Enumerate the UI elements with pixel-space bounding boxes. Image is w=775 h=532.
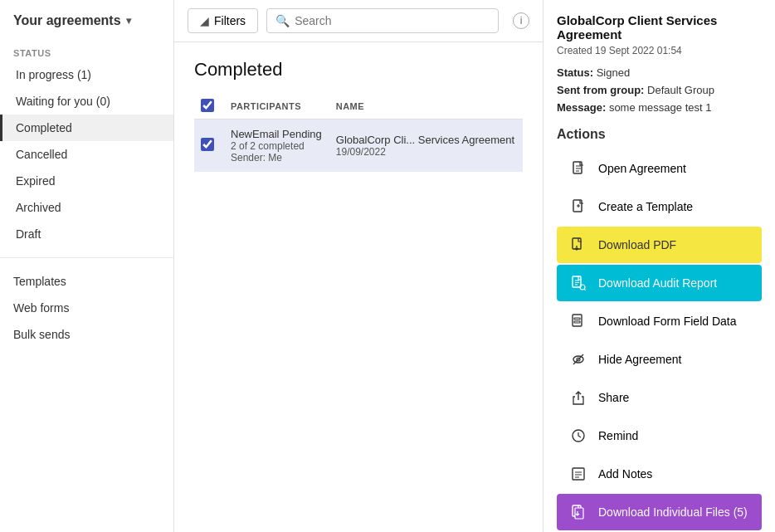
sidebar-item-bulk-sends[interactable]: Bulk sends [0, 321, 173, 348]
action-hide-agreement[interactable]: Hide Agreement [557, 341, 762, 378]
hide-agreement-button[interactable]: Hide Agreement [557, 341, 762, 378]
filter-icon: ◢ [200, 14, 209, 27]
table-row[interactable]: NewEmail Pending 2 of 2 completed Sender… [194, 120, 523, 173]
row-checkbox-cell [194, 120, 224, 173]
select-all-checkbox[interactable] [201, 99, 214, 112]
right-panel: GlobalCorp Client Services Agreement Cre… [543, 0, 775, 532]
svg-rect-13 [575, 508, 583, 519]
files-icon [567, 500, 590, 524]
action-create-template[interactable]: Create a Template [557, 188, 762, 225]
col-header-name: NAME [329, 94, 523, 120]
message-label: Message: [557, 101, 606, 114]
sidebar-item-templates[interactable]: Templates [0, 268, 173, 295]
action-add-notes[interactable]: Add Notes [557, 456, 762, 492]
section-title: Completed [194, 59, 523, 81]
sidebar-item-web-forms[interactable]: Web forms [0, 295, 173, 321]
participant-name: NewEmail Pending [231, 128, 323, 140]
info-icon[interactable]: i [513, 12, 529, 29]
sidebar-item-archived[interactable]: Archived [0, 194, 173, 221]
sidebar-item-expired[interactable]: Expired [0, 168, 173, 194]
download-pdf-icon [567, 233, 590, 256]
row-participants-cell: NewEmail Pending 2 of 2 completed Sender… [224, 120, 329, 173]
main-area: ◢ Filters 🔍 i Completed PARTICIPANTS [174, 0, 543, 532]
action-download-form[interactable]: Download Form Field Data [557, 303, 762, 339]
svg-rect-3 [573, 276, 581, 287]
sidebar-header-label: Your agreements [13, 13, 121, 28]
notes-icon [567, 462, 590, 486]
svg-rect-6 [574, 318, 580, 320]
add-notes-button[interactable]: Add Notes [557, 456, 762, 492]
sidebar-item-cancelled[interactable]: Cancelled [0, 141, 173, 168]
search-box: 🔍 [266, 8, 499, 33]
remind-button[interactable]: Remind [557, 417, 762, 454]
doc-icon [567, 157, 590, 180]
doc-plus-icon [567, 195, 590, 218]
audit-icon [567, 271, 590, 295]
share-button[interactable]: Share [557, 379, 762, 416]
clock-icon [567, 424, 590, 447]
status-value-text: Signed [597, 66, 630, 79]
agreement-date: 19/09/2022 [336, 146, 516, 158]
panel-message: Message: some message test 1 [557, 101, 762, 114]
participant-sub2: Sender: Me [231, 152, 323, 164]
svg-rect-7 [574, 321, 580, 323]
download-form-button[interactable]: Download Form Field Data [557, 303, 762, 339]
row-name-cell: GlobalCorp Cli... Services Agreement 19/… [329, 120, 523, 173]
eye-off-icon [567, 348, 590, 371]
message-value-text: some message test 1 [609, 101, 712, 114]
sidebar-item-draft[interactable]: Draft [0, 221, 173, 247]
panel-status: Status: Signed [557, 66, 762, 79]
agreement-name-part1: GlobalCorp Cli... Services Agreement [336, 134, 516, 146]
download-pdf-button[interactable]: Download PDF [557, 227, 762, 263]
status-label: Status: [557, 66, 593, 79]
row-checkbox[interactable] [201, 138, 214, 151]
share-icon [567, 386, 590, 409]
sidebar-header[interactable]: Your agreements ▾ [0, 13, 173, 41]
sidebar: Your agreements ▾ STATUS In progress (1)… [0, 0, 174, 532]
content-area: Completed PARTICIPANTS NAME [174, 42, 543, 532]
status-section-label: STATUS [0, 41, 173, 61]
action-share[interactable]: Share [557, 379, 762, 416]
col-header-participants: PARTICIPANTS [224, 94, 329, 120]
sent-from-value-text: Default Group [647, 84, 714, 96]
search-input[interactable] [295, 14, 490, 27]
panel-created: Created 19 Sept 2022 01:54 [557, 45, 762, 56]
form-icon [567, 310, 590, 333]
action-open-agreement[interactable]: Open Agreement [557, 150, 762, 187]
participant-sub1: 2 of 2 completed [231, 140, 323, 152]
sidebar-item-completed[interactable]: Completed [0, 115, 173, 141]
action-download-pdf[interactable]: Download PDF [557, 227, 762, 263]
download-files-button[interactable]: Download Individual Files (5) [557, 494, 762, 530]
filter-button[interactable]: ◢ Filters [188, 8, 258, 33]
create-template-button[interactable]: Create a Template [557, 188, 762, 225]
sidebar-item-in-progress[interactable]: In progress (1) [0, 61, 173, 88]
col-header-checkbox [194, 94, 224, 120]
panel-title: GlobalCorp Client Services Agreement [557, 13, 762, 41]
sent-from-label: Sent from group: [557, 84, 644, 96]
download-audit-button[interactable]: Download Audit Report [557, 265, 762, 301]
chevron-down-icon: ▾ [126, 15, 131, 27]
search-icon: 🔍 [275, 14, 290, 27]
agreements-table: PARTICIPANTS NAME NewEmail Pending 2 of … [194, 94, 523, 172]
action-remind[interactable]: Remind [557, 417, 762, 454]
action-download-audit[interactable]: Download Audit Report [557, 265, 762, 301]
open-agreement-button[interactable]: Open Agreement [557, 150, 762, 187]
panel-sent-from: Sent from group: Default Group [557, 84, 762, 96]
topbar: ◢ Filters 🔍 i [174, 0, 543, 42]
sidebar-item-waiting[interactable]: Waiting for you (0) [0, 88, 173, 115]
svg-rect-11 [573, 468, 584, 480]
action-download-files[interactable]: Download Individual Files (5) [557, 494, 762, 530]
sidebar-divider [0, 257, 173, 258]
actions-title: Actions [557, 127, 762, 142]
svg-rect-5 [573, 315, 582, 326]
